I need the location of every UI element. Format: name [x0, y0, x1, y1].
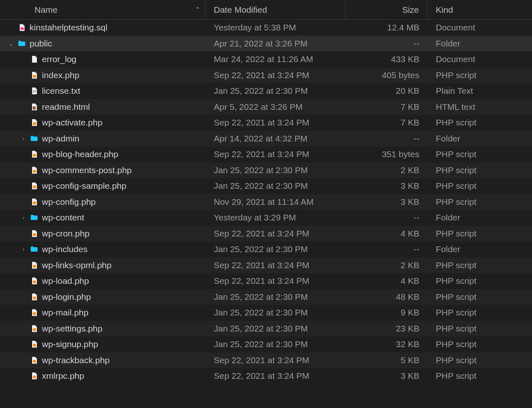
file-date: Sep 22, 2021 at 3:24 PM	[206, 260, 345, 270]
file-kind: Folder	[428, 39, 532, 49]
file-row[interactable]: kinstahelptesting.sqlYesterday at 5:38 P…	[0, 20, 532, 36]
file-size: 3 KB	[345, 371, 428, 381]
file-kind: Document	[428, 23, 532, 32]
file-size: --	[345, 213, 428, 223]
file-name: wp-trackback.php	[42, 355, 110, 365]
file-row[interactable]: wp-cron.phpSep 22, 2021 at 3:24 PM4 KBPH…	[0, 226, 532, 242]
file-row[interactable]: wp-links-opml.phpSep 22, 2021 at 3:24 PM…	[0, 257, 532, 274]
file-name: readme.html	[42, 102, 90, 112]
file-size: 4 KB	[345, 276, 428, 286]
file-row[interactable]: wp-mail.phpJan 25, 2022 at 2:30 PM9 KBPH…	[0, 305, 532, 321]
column-header-date-label: Date Modified	[214, 5, 267, 15]
file-row[interactable]: wp-comments-post.phpJan 25, 2022 at 2:30…	[0, 162, 532, 178]
file-row[interactable]: ›wp-contentYesterday at 3:29 PM--Folder	[0, 210, 532, 226]
file-kind: Document	[428, 54, 532, 64]
chevron-right-icon[interactable]: ›	[21, 135, 26, 142]
file-size: 48 KB	[345, 292, 428, 302]
file-icon	[30, 323, 39, 334]
file-size: 20 KB	[345, 86, 428, 96]
file-name: wp-activate.php	[42, 118, 102, 128]
file-row[interactable]: wp-blog-header.phpSep 22, 2021 at 3:24 P…	[0, 146, 532, 162]
file-kind: PHP script	[428, 149, 532, 159]
file-date: Sep 22, 2021 at 3:24 PM	[206, 276, 345, 286]
file-size: 7 KB	[345, 102, 428, 112]
file-size: 433 KB	[345, 54, 428, 64]
file-row[interactable]: xmlrpc.phpSep 22, 2021 at 3:24 PM3 KBPHP…	[0, 368, 532, 384]
file-name: error_log	[42, 54, 76, 64]
file-date: Sep 22, 2021 at 3:24 PM	[206, 70, 345, 80]
file-date: Sep 22, 2021 at 3:24 PM	[206, 149, 345, 159]
file-date: Apr 21, 2022 at 3:26 PM	[206, 39, 345, 49]
file-date: Mar 24, 2022 at 11:26 AM	[206, 54, 345, 64]
file-size: 12.4 MB	[345, 23, 428, 32]
column-header-name[interactable]: Name ⌃	[0, 0, 206, 19]
column-header-size[interactable]: Size	[345, 0, 428, 19]
file-row[interactable]: wp-config.phpNov 29, 2021 at 11:14 AM3 K…	[0, 194, 532, 210]
file-name: wp-signup.php	[42, 339, 98, 349]
file-icon	[30, 197, 39, 207]
folder-icon	[17, 38, 26, 49]
file-name: wp-blog-header.php	[42, 149, 118, 159]
file-row[interactable]: index.phpSep 22, 2021 at 3:24 PM405 byte…	[0, 67, 532, 83]
file-icon	[30, 339, 39, 350]
file-date: Sep 22, 2021 at 3:24 PM	[206, 355, 345, 365]
file-row[interactable]: wp-signup.phpJan 25, 2022 at 2:30 PM32 K…	[0, 336, 532, 352]
file-kind: PHP script	[428, 355, 532, 365]
file-date: Jan 25, 2022 at 2:30 PM	[206, 308, 345, 318]
file-date: Jan 25, 2022 at 2:30 PM	[206, 181, 345, 191]
file-row[interactable]: wp-activate.phpSep 22, 2021 at 3:24 PM7 …	[0, 115, 532, 131]
file-name: wp-admin	[42, 134, 79, 144]
file-row[interactable]: ›wp-adminApr 14, 2022 at 4:32 PM--Folder	[0, 131, 532, 147]
file-kind: PHP script	[428, 371, 532, 381]
file-icon	[30, 181, 39, 191]
file-icon	[30, 54, 39, 65]
file-date: Jan 25, 2022 at 2:30 PM	[206, 339, 345, 349]
file-row[interactable]: error_logMar 24, 2022 at 11:26 AM433 KBD…	[0, 51, 532, 67]
file-kind: PHP script	[428, 308, 532, 318]
chevron-down-icon[interactable]: ⌄	[8, 40, 14, 47]
file-size: 2 KB	[345, 165, 428, 175]
file-kind: Folder	[428, 244, 532, 254]
file-kind: PHP script	[428, 118, 532, 128]
file-row[interactable]: wp-config-sample.phpJan 25, 2022 at 2:30…	[0, 178, 532, 194]
file-size: 32 KB	[345, 339, 428, 349]
file-name: wp-login.php	[42, 292, 91, 302]
file-icon	[30, 371, 39, 381]
file-icon	[30, 228, 39, 239]
file-row[interactable]: wp-login.phpJan 25, 2022 at 2:30 PM48 KB…	[0, 289, 532, 305]
file-row[interactable]: license.txtJan 25, 2022 at 2:30 PM20 KBP…	[0, 83, 532, 99]
file-name: wp-includes	[42, 244, 88, 254]
file-icon	[30, 276, 39, 286]
file-row[interactable]: ⌄publicApr 21, 2022 at 3:26 PM--Folder	[0, 36, 532, 52]
column-header-name-label: Name	[35, 5, 58, 15]
column-header-date[interactable]: Date Modified	[206, 0, 345, 19]
file-kind: Folder	[428, 213, 532, 223]
file-row[interactable]: wp-load.phpSep 22, 2021 at 3:24 PM4 KBPH…	[0, 273, 532, 289]
file-name: index.php	[42, 70, 79, 80]
folder-icon	[30, 244, 39, 255]
file-kind: PHP script	[428, 324, 532, 334]
column-header-kind[interactable]: Kind	[428, 0, 532, 19]
file-row[interactable]: wp-trackback.phpSep 22, 2021 at 3:24 PM5…	[0, 352, 532, 369]
file-kind: PHP script	[428, 70, 532, 80]
file-date: Sep 22, 2021 at 3:24 PM	[206, 118, 345, 128]
file-icon	[30, 260, 39, 271]
chevron-right-icon[interactable]: ›	[21, 246, 26, 253]
file-row[interactable]: wp-settings.phpJan 25, 2022 at 2:30 PM23…	[0, 321, 532, 337]
file-row[interactable]: ›wp-includesJan 25, 2022 at 2:30 PM--Fol…	[0, 241, 532, 257]
file-date: Yesterday at 3:29 PM	[206, 213, 345, 223]
file-date: Jan 25, 2022 at 2:30 PM	[206, 324, 345, 334]
file-kind: HTML text	[428, 102, 532, 112]
file-kind: PHP script	[428, 229, 532, 239]
file-kind: Plain Text	[428, 86, 532, 96]
file-kind: PHP script	[428, 165, 532, 175]
file-icon	[30, 117, 39, 128]
file-icon	[30, 102, 39, 112]
file-size: 2 KB	[345, 260, 428, 270]
column-header-kind-label: Kind	[436, 5, 453, 15]
chevron-right-icon[interactable]: ›	[21, 214, 26, 221]
file-date: Apr 14, 2022 at 4:32 PM	[206, 134, 345, 144]
file-kind: PHP script	[428, 197, 532, 207]
file-row[interactable]: readme.htmlApr 5, 2022 at 3:26 PM7 KBHTM…	[0, 99, 532, 115]
file-icon	[17, 22, 26, 33]
